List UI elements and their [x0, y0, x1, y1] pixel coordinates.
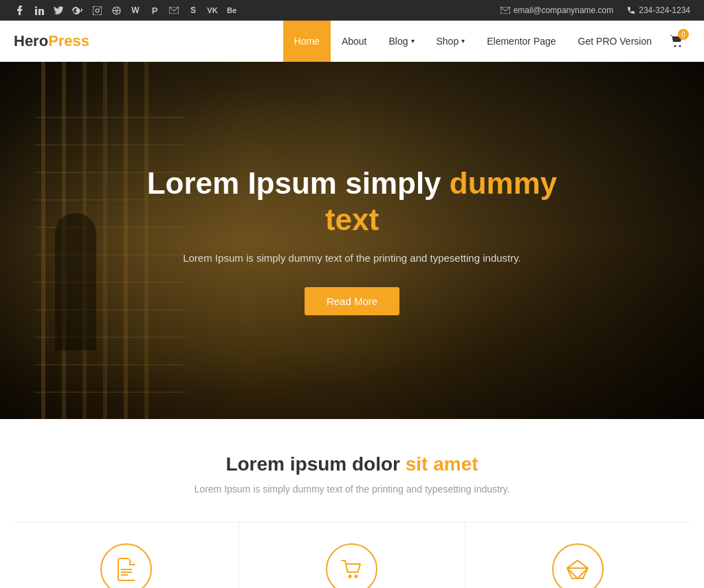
svg-point-1: [35, 6, 37, 8]
logo-text-1: Hero: [14, 32, 48, 49]
section-title-part1: Lorem ipsum dolor: [226, 453, 400, 475]
svg-point-4: [99, 8, 100, 9]
logo[interactable]: HeroPress: [14, 32, 89, 50]
pinterest-icon[interactable]: P: [148, 4, 161, 16]
svg-rect-0: [35, 9, 37, 15]
svg-point-8: [674, 45, 676, 47]
wordpress-icon[interactable]: W: [129, 4, 142, 16]
logo-text-2: Press: [48, 32, 89, 49]
skype-icon[interactable]: S: [187, 4, 199, 16]
blog-dropdown-icon: ▾: [411, 21, 415, 62]
svg-point-10: [348, 574, 351, 578]
contact-info: email@companyname.com 234-324-1234: [500, 5, 690, 15]
card-2: Lorem ipsum dolor: [239, 523, 465, 588]
nav-home[interactable]: Home: [283, 21, 331, 62]
features-section: Lorem ipsum dolor sit amet Lorem Ipsum i…: [0, 419, 704, 588]
googleplus-icon[interactable]: [72, 4, 84, 16]
email-contact: email@companyname.com: [500, 5, 614, 15]
top-bar: W P S VK Be email@companyname.com 234-32…: [0, 0, 704, 21]
vk-icon[interactable]: VK: [206, 4, 219, 16]
card-3-icon-wrapper: [552, 543, 604, 588]
email-text: email@companyname.com: [514, 5, 614, 15]
card-2-icon-wrapper: [326, 543, 377, 588]
facebook-icon[interactable]: [14, 4, 26, 16]
card-1-icon-wrapper: [100, 543, 152, 588]
nav: Home About Blog ▾ Shop ▾ Elementor Page …: [283, 21, 690, 62]
behance-icon[interactable]: Be: [226, 4, 238, 16]
shop-dropdown-icon: ▾: [461, 21, 465, 62]
section-title: Lorem ipsum dolor sit amet: [14, 453, 690, 475]
email-icon-social[interactable]: [168, 4, 180, 16]
card-3: Lorem ipsum dolor: [465, 523, 690, 588]
cart-badge: 0: [678, 29, 689, 40]
header: HeroPress Home About Blog ▾ Shop ▾ Eleme…: [0, 21, 704, 62]
hero-title-part1: Lorem Ipsum simply: [147, 166, 441, 200]
phone-text: 234-324-1234: [639, 5, 690, 15]
hero-title: Lorem Ipsum simply dummy text: [125, 166, 579, 238]
instagram-icon[interactable]: [91, 4, 103, 16]
nav-blog[interactable]: Blog ▾: [377, 21, 425, 62]
social-icons: W P S VK Be: [14, 4, 238, 16]
nav-about[interactable]: About: [331, 21, 378, 62]
section-subtitle: Lorem Ipsum is simply dummy text of the …: [14, 484, 690, 495]
read-more-button[interactable]: Read More: [305, 287, 399, 315]
svg-rect-2: [93, 6, 102, 15]
phone-contact: 234-324-1234: [627, 5, 690, 15]
svg-point-3: [96, 9, 99, 12]
section-title-part2: sit amet: [406, 453, 478, 475]
svg-point-11: [354, 574, 358, 578]
svg-point-9: [679, 45, 681, 47]
svg-marker-12: [567, 561, 588, 578]
nav-shop[interactable]: Shop ▾: [426, 21, 476, 62]
card-1: Lorem ipsum dolor: [14, 523, 239, 588]
cards-container: Lorem ipsum dolor Lorem ipsum dolor: [14, 522, 690, 588]
cart-button[interactable]: 0: [663, 27, 690, 55]
file-icon: [116, 558, 137, 581]
hero-subtitle: Lorem Ipsum is simply dummy text of the …: [125, 250, 579, 267]
hero-section: Lorem Ipsum simply dummy text Lorem Ipsu…: [0, 62, 704, 419]
nav-pro[interactable]: Get PRO Version: [567, 21, 663, 62]
linkedin-icon[interactable]: [33, 4, 45, 16]
cart-icon: [341, 560, 363, 579]
nav-elementor[interactable]: Elementor Page: [476, 21, 566, 62]
diamond-icon: [566, 560, 588, 579]
dribbble-icon[interactable]: [110, 4, 122, 16]
hero-content: Lorem Ipsum simply dummy text Lorem Ipsu…: [111, 166, 593, 316]
twitter-icon[interactable]: [52, 4, 65, 16]
